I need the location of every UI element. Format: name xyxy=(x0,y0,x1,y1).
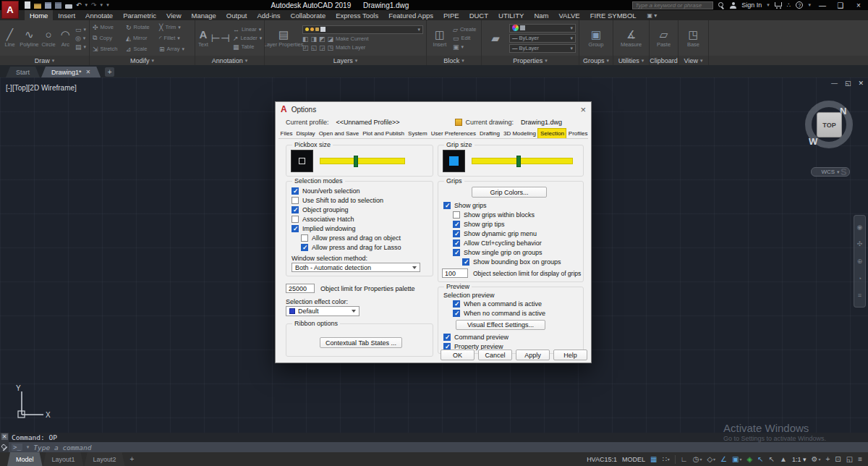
checkbox-show-grip-tips[interactable]: Show grip tips xyxy=(453,221,505,228)
rectangle-icon[interactable]: ▭ xyxy=(75,26,82,33)
table-tool[interactable]: ▦Table xyxy=(233,43,262,51)
ribbon-tab-addins[interactable]: Add-ins xyxy=(252,10,285,20)
trim-tool[interactable]: ╳Trim▾ xyxy=(159,24,192,31)
recent-commands-icon[interactable]: ▾ xyxy=(27,444,30,450)
drawing-minimize-icon[interactable]: — xyxy=(831,80,838,87)
ribbon-tab-nam[interactable]: Nam xyxy=(529,10,553,20)
checkbox-press-drag-lasso[interactable]: Allow press and drag for Lasso xyxy=(301,244,401,251)
tab-layout2[interactable]: Layout2 xyxy=(85,452,125,466)
autosnap-icon[interactable]: ∠ xyxy=(720,455,727,463)
fillet-tool[interactable]: ◜Fillet▾ xyxy=(159,35,192,42)
panel-label-draw[interactable]: Draw▾ xyxy=(0,56,89,65)
ribbon-tab-featured-apps[interactable]: Featured Apps xyxy=(383,10,438,20)
ribbon-tab-duct[interactable]: DUCT xyxy=(464,10,493,20)
tab-drawing1[interactable]: Drawing1*✕ xyxy=(41,67,101,77)
base-view-tool[interactable]: ◳Base xyxy=(684,29,704,48)
ortho-toggle-icon[interactable]: ∟ xyxy=(681,455,688,463)
pan-icon[interactable]: ✣ xyxy=(857,240,863,247)
measure-tool[interactable]: ∡Measure xyxy=(621,29,642,48)
options-tab-files[interactable]: Files xyxy=(278,129,294,138)
create-block-tool[interactable]: ▱Create xyxy=(453,26,476,33)
edit-attributes-tool[interactable]: ▣▾ xyxy=(453,43,476,51)
grip-size-slider[interactable] xyxy=(472,158,573,164)
ucs-icon[interactable]: Y X xyxy=(6,384,52,425)
checkbox-icon[interactable] xyxy=(453,221,460,228)
selection-cycling-icon[interactable]: ↖ xyxy=(757,455,763,463)
full-navigation-wheel-icon[interactable]: ◉ xyxy=(857,224,863,231)
options-tab-display[interactable]: Display xyxy=(294,129,317,138)
checkbox-bounding-box-groups[interactable]: Show bounding box on groups xyxy=(462,258,561,266)
customization-menu-icon[interactable]: ≡ xyxy=(858,455,862,463)
hardware-acceleration-icon[interactable]: ⊡ xyxy=(835,455,841,463)
ribbon-tab-output[interactable]: Output xyxy=(221,10,252,20)
viewcube-west[interactable]: W xyxy=(809,136,817,147)
ribbon-tab-valve[interactable]: VALVE xyxy=(553,10,584,20)
store-cart-icon[interactable] xyxy=(775,2,782,7)
annotation-visibility-icon[interactable]: ▲ xyxy=(780,455,787,463)
panel-label-clipboard[interactable]: Clipboard xyxy=(650,56,678,65)
checkbox-icon[interactable] xyxy=(292,206,299,213)
drawing-close-icon[interactable]: ✕ xyxy=(858,80,864,87)
checkbox-icon[interactable] xyxy=(453,230,460,237)
checkbox-icon[interactable] xyxy=(443,202,451,209)
checkbox-noun-verb-selection[interactable]: Noun/verb selection xyxy=(292,187,360,195)
checkbox-icon[interactable] xyxy=(292,216,299,223)
orbit-icon[interactable]: ◔ xyxy=(858,275,861,282)
rectangle-caret-icon[interactable]: ▾ xyxy=(83,27,86,33)
command-close-icon[interactable]: ✕ xyxy=(1,433,8,440)
insert-block-tool[interactable]: ◫Insert xyxy=(430,29,450,48)
checkbox-object-grouping[interactable]: Object grouping xyxy=(292,206,349,213)
grip-slider-thumb[interactable] xyxy=(516,156,521,167)
a360-share-icon[interactable]: ∴ xyxy=(787,1,791,9)
checkbox-when-no-command-active[interactable]: When no command is active xyxy=(453,310,545,317)
checkbox-press-drag-object[interactable]: Allow press and drag on object xyxy=(301,234,401,242)
selection-effect-color-dropdown[interactable]: Default xyxy=(286,306,359,316)
ribbon-tab-annotate[interactable]: Annotate xyxy=(80,10,118,20)
layer-dropdown[interactable]: ▾ xyxy=(302,25,423,34)
match-layer-tool[interactable]: ◰◱◲◳Match Layer xyxy=(302,44,423,51)
dialog-close-icon[interactable]: × xyxy=(580,105,586,114)
drawing-scale-indicator[interactable]: HVAC15:1 xyxy=(587,456,617,463)
command-input[interactable] xyxy=(33,444,323,452)
checkbox-dynamic-grip-menu[interactable]: Show dynamic grip menu xyxy=(453,230,537,237)
checkbox-icon[interactable] xyxy=(453,249,460,256)
leader-tool[interactable]: ↗Leader▾ xyxy=(233,35,262,42)
checkbox-when-command-active[interactable]: When a command is active xyxy=(453,300,542,308)
object-limit-input[interactable]: 25000 xyxy=(286,284,315,293)
ribbon-tab-home[interactable]: Home xyxy=(25,10,53,20)
edit-block-tool[interactable]: ▭Edit xyxy=(453,35,476,42)
navigation-bar[interactable]: ◉ ✣ ⊕ ◔ ≡ xyxy=(854,215,866,308)
make-current-tool[interactable]: ◧◨◩◪Make Current xyxy=(302,35,423,43)
checkbox-command-preview[interactable]: Command preview xyxy=(443,334,509,341)
ribbon-tab-manage[interactable]: Manage xyxy=(187,10,221,20)
maximize-button[interactable]: ❑ xyxy=(834,1,847,9)
ribbon-tab-parametric[interactable]: Parametric xyxy=(118,10,161,20)
close-button[interactable]: × xyxy=(852,1,865,9)
tab-close-icon[interactable]: ✕ xyxy=(86,69,91,75)
stretch-tool[interactable]: ⇲Stretch xyxy=(93,46,126,53)
search-icon[interactable] xyxy=(718,2,725,9)
checkbox-icon[interactable] xyxy=(292,187,299,195)
ribbon-tab-view[interactable]: View xyxy=(161,10,186,20)
ok-button[interactable]: OK xyxy=(441,350,475,360)
layer-properties-tool[interactable]: ▤Layer Properties xyxy=(268,29,299,48)
checkbox-icon[interactable] xyxy=(301,234,308,242)
apply-button[interactable]: Apply xyxy=(516,350,550,360)
panel-label-groups[interactable]: Groups▾ xyxy=(579,56,613,65)
checkbox-icon[interactable] xyxy=(443,334,451,341)
grid-toggle-icon[interactable]: ▦ xyxy=(650,455,657,463)
rotate-tool[interactable]: ↻Rotate xyxy=(126,24,159,31)
checkbox-icon[interactable] xyxy=(462,258,469,266)
command-customize-icon[interactable] xyxy=(1,445,8,452)
grip-limit-input[interactable]: 100 xyxy=(442,268,468,278)
annotation-scale-indicator[interactable]: 1:1 ▾ xyxy=(792,456,807,463)
signin-caret-icon[interactable]: ▾ xyxy=(767,2,770,8)
help-caret-icon[interactable]: ▾ xyxy=(808,2,811,8)
search-input[interactable] xyxy=(632,1,713,9)
user-icon[interactable] xyxy=(730,2,736,9)
tab-layout1[interactable]: Layout1 xyxy=(43,452,84,466)
ribbon-tab-utility[interactable]: UTILITY xyxy=(493,10,529,20)
text-tool[interactable]: AText xyxy=(198,29,208,48)
navbar-menu-icon[interactable]: ≡ xyxy=(858,292,861,299)
model-space-toggle[interactable]: MODEL xyxy=(622,456,645,463)
